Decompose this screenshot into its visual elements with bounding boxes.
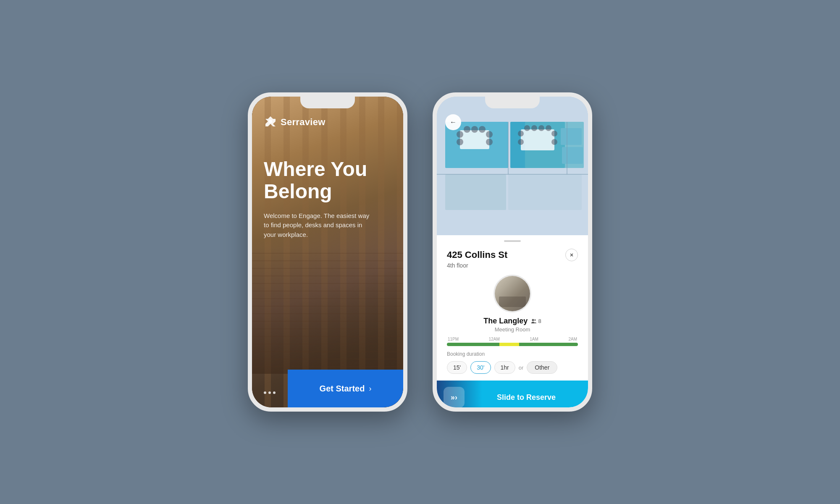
time-label-2am: 2AM	[568, 337, 577, 341]
close-button[interactable]: ×	[565, 249, 578, 261]
booking-duration-label: Booking duration	[447, 351, 578, 357]
svg-point-12	[479, 126, 486, 133]
svg-point-0	[269, 120, 272, 123]
duration-30-button[interactable]: 30'	[470, 361, 491, 374]
svg-rect-25	[508, 174, 582, 210]
back-button[interactable]: ←	[445, 114, 461, 130]
svg-point-29	[532, 319, 534, 321]
room-name-row: The Langley 8	[447, 317, 578, 326]
svg-point-14	[518, 131, 524, 136]
phone-2: ←	[433, 92, 592, 412]
room-name: The Langley	[483, 317, 528, 326]
duration-15-button[interactable]: 15'	[447, 361, 467, 374]
svg-point-7	[457, 139, 463, 145]
slide-arrows-icon: »›	[444, 387, 465, 407]
slide-label: Slide to Reserve	[471, 393, 581, 402]
svg-point-9	[486, 139, 493, 145]
timeline-bar	[447, 343, 578, 346]
room-type-label: Meeting Room	[447, 326, 578, 333]
svg-rect-24	[445, 174, 506, 210]
svg-point-11	[471, 126, 478, 133]
people-icon	[531, 318, 537, 324]
svg-rect-5	[460, 130, 489, 149]
phone1-background: Serraview Where You Belong Welcome to En…	[252, 97, 403, 407]
availability-timeline: 11PM 12AM 1AM 2AM	[447, 337, 578, 346]
phone1-ui: Serraview Where You Belong Welcome to En…	[252, 97, 403, 407]
svg-point-21	[546, 125, 551, 131]
svg-point-17	[551, 139, 557, 145]
phone2-content: ←	[437, 97, 588, 407]
logo-label: Serraview	[281, 117, 326, 128]
bottom-sheet: 425 Collins St × 4th floor The Langley	[437, 235, 588, 407]
svg-point-6	[457, 131, 463, 138]
serraview-logo-icon	[264, 116, 277, 129]
svg-rect-22	[561, 128, 582, 145]
svg-point-8	[486, 131, 493, 138]
time-label-12am: 12AM	[489, 337, 500, 341]
location-header: 425 Collins St ×	[447, 249, 578, 261]
slide-to-reserve[interactable]: »› Slide to Reserve	[437, 381, 588, 407]
time-label-1am: 1AM	[530, 337, 538, 341]
room-thumbnail	[494, 275, 531, 312]
logo-row: Serraview	[264, 116, 391, 129]
duration-other-button[interactable]: Other	[527, 361, 557, 374]
floor-plan-area: ←	[437, 97, 588, 235]
svg-point-18	[524, 125, 530, 131]
svg-rect-23	[562, 147, 583, 164]
svg-point-19	[531, 125, 537, 131]
svg-point-30	[534, 319, 536, 321]
room-photo	[495, 276, 530, 311]
room-image-wrapper	[447, 275, 578, 312]
duration-or-label: or	[519, 365, 524, 371]
duration-options: 15' 30' 1hr or Other	[447, 361, 578, 374]
sheet-body: 425 Collins St × 4th floor The Langley	[437, 242, 588, 381]
capacity-badge: 8	[531, 318, 541, 324]
svg-point-15	[518, 139, 524, 145]
floor-label: 4th floor	[447, 262, 578, 269]
timeline-labels: 11PM 12AM 1AM 2AM	[447, 337, 578, 341]
time-label-11pm: 11PM	[448, 337, 459, 341]
duration-1hr-button[interactable]: 1hr	[494, 361, 515, 374]
location-name: 425 Collins St	[447, 249, 507, 260]
phone-1: Serraview Where You Belong Welcome to En…	[248, 92, 407, 412]
svg-rect-13	[521, 129, 554, 150]
svg-point-10	[464, 126, 470, 133]
hero-text-area: Where You Belong Welcome to Engage. The …	[264, 158, 391, 407]
hero-subtitle: Welcome to Engage. The easiest way to fi…	[264, 211, 373, 240]
hero-title: Where You Belong	[264, 158, 391, 203]
phone1-content: Serraview Where You Belong Welcome to En…	[252, 97, 403, 407]
svg-point-20	[538, 125, 544, 131]
svg-point-16	[551, 131, 557, 136]
